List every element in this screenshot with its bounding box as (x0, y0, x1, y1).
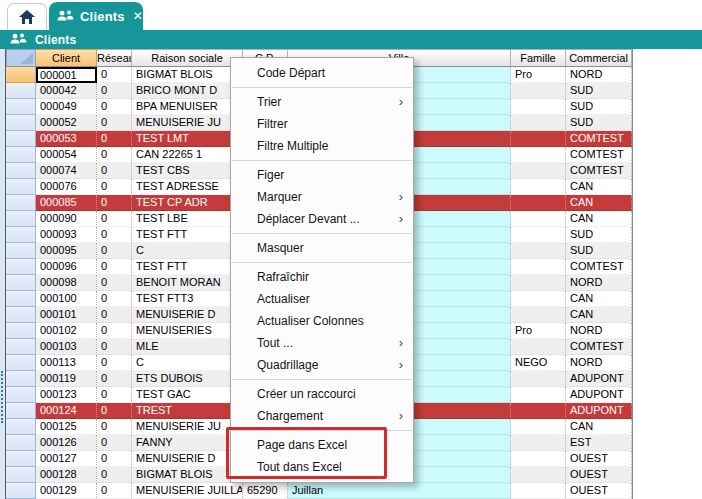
row-header[interactable] (6, 387, 36, 403)
cell-client[interactable]: 000128 (36, 467, 97, 483)
cell-raison[interactable]: C (132, 355, 243, 371)
cell-reseau[interactable]: 0 (97, 131, 132, 147)
cell-commercial[interactable]: CAN (566, 291, 632, 307)
row-header[interactable] (6, 307, 36, 323)
row-header[interactable] (6, 211, 36, 227)
cell-famille[interactable] (511, 275, 566, 291)
menu-item-actualiser[interactable]: Actualiser (231, 288, 413, 310)
cell-famille[interactable] (511, 339, 566, 355)
cell-raison[interactable]: MENUISERIES (132, 323, 243, 339)
cell-famille[interactable] (511, 259, 566, 275)
cell-reseau[interactable]: 0 (97, 451, 132, 467)
cell-reseau[interactable]: 0 (97, 99, 132, 115)
menu-item-creer-un-raccourci[interactable]: Créer un raccourci (231, 383, 413, 405)
cell-raison[interactable]: MENUISERIE D (132, 451, 243, 467)
cell-famille[interactable] (511, 163, 566, 179)
cell-commercial[interactable]: CAN (566, 307, 632, 323)
cell-reseau[interactable]: 0 (97, 147, 132, 163)
cell-cp[interactable]: 65290 (243, 483, 288, 499)
cell-commercial[interactable]: NORD (566, 323, 632, 339)
cell-raison[interactable]: TEST FTT3 (132, 291, 243, 307)
cell-client[interactable]: 000085 (36, 195, 97, 211)
cell-client[interactable]: 000100 (36, 291, 97, 307)
row-header[interactable] (6, 227, 36, 243)
cell-client[interactable]: 000123 (36, 387, 97, 403)
cell-famille[interactable] (511, 211, 566, 227)
cell-commercial[interactable]: COMTEST (566, 259, 632, 275)
cell-famille[interactable]: Pro (511, 67, 566, 83)
cell-reseau[interactable]: 0 (97, 163, 132, 179)
row-header[interactable] (6, 131, 36, 147)
cell-commercial[interactable]: COMTEST (566, 339, 632, 355)
menu-item-page-dans-excel[interactable]: Page dans Excel (231, 434, 413, 456)
row-header[interactable] (6, 67, 36, 83)
cell-famille[interactable] (511, 195, 566, 211)
tab-home[interactable] (7, 3, 47, 30)
cell-reseau[interactable]: 0 (97, 259, 132, 275)
cell-client[interactable]: 000098 (36, 275, 97, 291)
cell-raison[interactable]: TEST CP ADR (132, 195, 243, 211)
menu-item-code-depart[interactable]: Code Départ (231, 62, 413, 84)
cell-raison[interactable]: TEST FTT (132, 227, 243, 243)
cell-reseau[interactable]: 0 (97, 467, 132, 483)
cell-raison[interactable]: TREST (132, 403, 243, 419)
cell-reseau[interactable]: 0 (97, 83, 132, 99)
cell-commercial[interactable]: OUEST (566, 467, 632, 483)
cell-commercial[interactable]: CAN (566, 211, 632, 227)
cell-raison[interactable]: TEST LBE (132, 211, 243, 227)
cell-commercial[interactable]: SUD (566, 83, 632, 99)
menu-item-chargement[interactable]: Chargement› (231, 405, 413, 427)
cell-raison[interactable]: MLE (132, 339, 243, 355)
cell-client[interactable]: 000042 (36, 83, 97, 99)
cell-famille[interactable] (511, 147, 566, 163)
row-header[interactable] (6, 339, 36, 355)
cell-famille[interactable] (511, 419, 566, 435)
cell-commercial[interactable]: SUD (566, 115, 632, 131)
cell-raison[interactable]: TEST FTT (132, 259, 243, 275)
cell-commercial[interactable]: ADUPONT (566, 371, 632, 387)
row-header[interactable] (6, 163, 36, 179)
cell-client[interactable]: 000090 (36, 211, 97, 227)
tab-clients[interactable]: Clients ✕ (49, 2, 143, 30)
cell-famille[interactable] (511, 371, 566, 387)
cell-famille[interactable] (511, 115, 566, 131)
cell-commercial[interactable]: ADUPONT (566, 403, 632, 419)
cell-client[interactable]: 000053 (36, 131, 97, 147)
cell-famille[interactable] (511, 179, 566, 195)
cell-reseau[interactable]: 0 (97, 419, 132, 435)
row-header[interactable] (6, 275, 36, 291)
cell-commercial[interactable]: NORD (566, 275, 632, 291)
row-header[interactable] (6, 435, 36, 451)
cell-raison[interactable]: BPA MENUISER (132, 99, 243, 115)
menu-item-rafraichir[interactable]: Rafraîchir (231, 266, 413, 288)
cell-reseau[interactable]: 0 (97, 275, 132, 291)
cell-commercial[interactable]: COMTEST (566, 147, 632, 163)
cell-reseau[interactable]: 0 (97, 115, 132, 131)
cell-famille[interactable] (511, 131, 566, 147)
column-header-client[interactable]: Client (36, 49, 97, 67)
cell-client[interactable]: 000103 (36, 339, 97, 355)
cell-famille[interactable] (511, 83, 566, 99)
row-header[interactable] (6, 147, 36, 163)
menu-item-filtrer[interactable]: Filtrer (231, 113, 413, 135)
cell-commercial[interactable]: NORD (566, 355, 632, 371)
cell-reseau[interactable]: 0 (97, 371, 132, 387)
cell-commercial[interactable]: ADUPONT (566, 387, 632, 403)
menu-item-deplacer-devant[interactable]: Déplacer Devant ...› (231, 208, 413, 230)
cell-client[interactable]: 000101 (36, 307, 97, 323)
cell-reseau[interactable]: 0 (97, 355, 132, 371)
cell-reseau[interactable]: 0 (97, 339, 132, 355)
cell-client[interactable]: 000124 (36, 403, 97, 419)
row-header[interactable] (6, 115, 36, 131)
cell-famille[interactable] (511, 387, 566, 403)
cell-famille[interactable] (511, 435, 566, 451)
cell-client[interactable]: 000093 (36, 227, 97, 243)
cell-client[interactable]: 000052 (36, 115, 97, 131)
row-header[interactable] (6, 243, 36, 259)
cell-famille[interactable] (511, 451, 566, 467)
cell-raison[interactable]: BIGMAT BLOIS (132, 467, 243, 483)
row-header[interactable] (6, 451, 36, 467)
cell-reseau[interactable]: 0 (97, 67, 132, 83)
row-header[interactable] (6, 259, 36, 275)
splitter-handle[interactable] (1, 371, 3, 423)
